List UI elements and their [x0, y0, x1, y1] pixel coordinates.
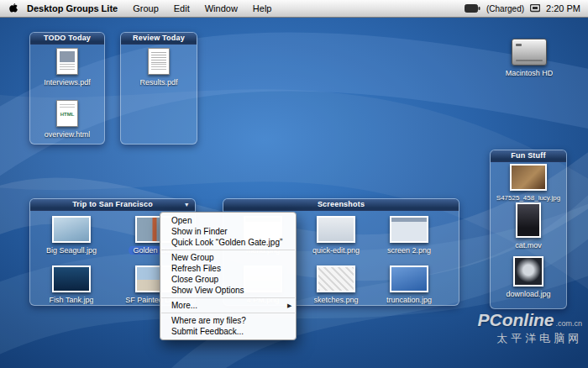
- group-review-today[interactable]: Review Today Results.pdf: [120, 32, 197, 145]
- group-title-todo-today[interactable]: TODO Today: [30, 33, 104, 45]
- context-menu-item-more[interactable]: More... ▶: [160, 300, 296, 311]
- file-label: Results.pdf: [139, 78, 177, 87]
- photo-thumbnail-icon[interactable]: [510, 164, 547, 191]
- group-title-screenshots[interactable]: Screenshots: [223, 199, 459, 211]
- file-screen-2-png[interactable]: screen 2.png: [375, 216, 443, 255]
- photo-thumbnail-icon[interactable]: [513, 256, 543, 287]
- file-truncation-jpg[interactable]: truncation.jpg: [375, 265, 443, 304]
- battery-icon[interactable]: [465, 4, 480, 13]
- file-label: Big Seagull.jpg: [46, 246, 97, 255]
- file-label: overview.html: [45, 130, 91, 139]
- watermark-brand: PConline: [477, 310, 554, 329]
- group-title-trip[interactable]: Trip to San Francisco ▼: [30, 199, 195, 211]
- context-menu-item-close-group[interactable]: Close Group: [160, 274, 296, 285]
- menu-separator: [161, 297, 295, 298]
- group-fun-stuff[interactable]: Fun Stuff S47525_458_lucy.jpg cat.mov do…: [490, 150, 567, 309]
- photo-thumbnail-icon[interactable]: [52, 216, 91, 243]
- photo-thumbnail-icon[interactable]: [52, 265, 91, 292]
- context-menu-item-open[interactable]: Open: [160, 215, 296, 226]
- html-document-icon[interactable]: [56, 100, 78, 127]
- file-label: Fish Tank.jpg: [50, 296, 94, 304]
- menu-edit[interactable]: Edit: [166, 0, 197, 17]
- group-title-review-today[interactable]: Review Today: [121, 33, 197, 45]
- context-menu-item-quick-look[interactable]: Quick Look “Golden Gate.jpg”: [160, 237, 296, 248]
- menu-separator: [161, 313, 295, 313]
- file-label: Interviews.pdf: [44, 78, 91, 87]
- screenshot-thumbnail-icon[interactable]: [317, 216, 355, 243]
- apple-menu[interactable]: [0, 3, 25, 14]
- menu-bar-clock[interactable]: 2:20 PM: [546, 3, 580, 13]
- file-fish-tank[interactable]: Fish Tank.jpg: [36, 265, 107, 304]
- menu-window[interactable]: Window: [197, 0, 245, 17]
- file-label: S47525_458_lucy.jpg: [496, 194, 560, 202]
- context-menu-item-submit-feedback[interactable]: Submit Feedback...: [160, 326, 296, 337]
- file-lucy-jpg[interactable]: S47525_458_lucy.jpg: [493, 164, 564, 202]
- screenshot-thumbnail-icon[interactable]: [390, 216, 428, 243]
- menu-group[interactable]: Group: [125, 0, 166, 17]
- apple-icon: [8, 3, 18, 14]
- group-todo-today[interactable]: TODO Today Interviews.pdf overview.html: [29, 32, 105, 145]
- file-results-pdf[interactable]: Results.pdf: [123, 48, 194, 87]
- menu-help[interactable]: Help: [245, 0, 280, 17]
- context-menu-item-show-view-options[interactable]: Show View Options: [160, 285, 296, 296]
- file-download-jpg[interactable]: download.jpg: [493, 256, 564, 298]
- file-cat-mov[interactable]: cat.mov: [493, 202, 564, 250]
- watermark-caption: 太平洋电脑网: [477, 331, 582, 346]
- pdf-document-icon[interactable]: [56, 48, 78, 75]
- battery-status-text: (Charged): [486, 4, 524, 13]
- file-label: truncation.jpg: [386, 296, 432, 304]
- context-menu-item-refresh-files[interactable]: Refresh Files: [160, 263, 296, 274]
- volume-label: Macintosh HD: [506, 69, 554, 77]
- file-label: cat.mov: [515, 241, 542, 250]
- hard-drive-icon[interactable]: [512, 39, 547, 66]
- file-label: quick-edit.png: [312, 246, 360, 255]
- watermark-domain: .com.cn: [555, 319, 582, 328]
- movie-thumbnail-icon[interactable]: [516, 202, 541, 238]
- file-label: screen 2.png: [387, 246, 431, 255]
- submenu-arrow-icon: ▶: [287, 300, 291, 311]
- context-menu-item-where-are-my-files[interactable]: Where are my files?: [160, 315, 296, 326]
- file-label: sketches.png: [313, 296, 358, 304]
- file-quick-edit-png[interactable]: quick-edit.png: [302, 216, 370, 255]
- photo-thumbnail-icon[interactable]: [390, 265, 428, 292]
- context-menu: Open Show in Finder Quick Look “Golden G…: [160, 212, 297, 340]
- watermark: PConline.com.cn 太平洋电脑网: [477, 310, 582, 346]
- file-overview-html[interactable]: overview.html: [32, 100, 102, 139]
- file-sketches-png[interactable]: sketches.png: [302, 265, 370, 304]
- context-menu-item-show-in-finder[interactable]: Show in Finder: [160, 226, 296, 237]
- context-menu-item-new-group[interactable]: New Group: [160, 252, 296, 263]
- screenshot-thumbnail-icon[interactable]: [317, 265, 355, 292]
- pdf-document-icon[interactable]: [148, 48, 170, 75]
- app-menu-title[interactable]: Desktop Groups Lite: [25, 0, 125, 17]
- group-title-fun-stuff[interactable]: Fun Stuff: [491, 150, 566, 162]
- group-title-text: Trip to San Francisco: [72, 200, 153, 208]
- volume-macintosh-hd[interactable]: Macintosh HD: [494, 39, 564, 77]
- file-interviews-pdf[interactable]: Interviews.pdf: [32, 48, 102, 87]
- menu-separator: [161, 250, 295, 250]
- menu-item-label: More...: [171, 301, 197, 310]
- disclosure-chevron-icon[interactable]: ▼: [184, 199, 190, 210]
- file-big-seagull[interactable]: Big Seagull.jpg: [36, 216, 107, 255]
- file-label: download.jpg: [506, 290, 550, 298]
- menu-bar: Desktop Groups Lite Group Edit Window He…: [0, 0, 588, 18]
- display-icon[interactable]: [530, 4, 540, 13]
